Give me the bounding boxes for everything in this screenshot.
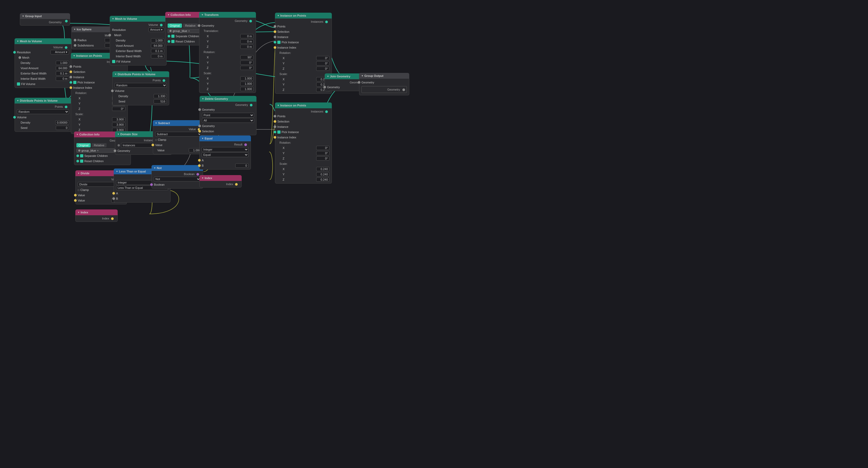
node-delete-geo: ▾ Delete Geometry Geometry Geometry Poin… — [199, 96, 256, 135]
delete-geo-point[interactable]: Point — [202, 113, 254, 118]
node-header-transform[interactable]: ▾ Transform — [199, 12, 256, 18]
node-index-br: ▾ Index Index — [199, 175, 242, 188]
node-iop-tr: ▾ Instance on Points Instances Points Se… — [275, 13, 332, 94]
node-transform: ▾ Transform Geometry Geometry Translatio… — [199, 12, 256, 93]
node-mtv-tr: ▾ Mesh to Volume Volume Resolution Amoun… — [110, 16, 166, 66]
subtract-dropdown[interactable]: Subtract — [155, 132, 202, 137]
tab-original-tr[interactable]: Original — [167, 24, 182, 28]
node-header-group-output[interactable]: ▾ Group Output — [359, 73, 409, 79]
node-header-group-input[interactable]: ▾ Group Input — [20, 13, 70, 19]
node-not: ▾ Not Boolean Not Boolean — [152, 165, 203, 189]
tab-relative-tr[interactable]: Relative — [183, 24, 198, 28]
node-dist-tr: ▾ Distribute Points in Volume Points Ran… — [112, 71, 169, 105]
node-header-mtv-tl[interactable]: ▾ Mesh to Volume — [14, 38, 71, 44]
node-group-output: ▾ Group Output Geometry Geometry — [359, 73, 409, 95]
node-header-index-br[interactable]: ▾ Index — [199, 175, 242, 181]
node-subtract: ▾ Subtract Value Subtract □ Clamp Value … — [153, 120, 205, 154]
delete-geo-all[interactable]: All — [202, 118, 254, 123]
node-header-iop-br[interactable]: ▾ Instance on Points — [275, 102, 332, 108]
node-editor: ▾ Group Input Geometry ▾ Mesh to Volume … — [0, 0, 868, 468]
dist-tl-dropdown[interactable]: Random — [17, 109, 69, 114]
connections-layer — [0, 0, 868, 468]
node-header-mtv-tr[interactable]: ▾ Mesh to Volume — [110, 16, 166, 22]
collection-remove-tr[interactable]: × — [188, 30, 190, 32]
node-header-dist-tr[interactable]: ▾ Distribute Points in Volume — [112, 71, 169, 77]
node-header-equal[interactable]: ▾ Equal — [199, 135, 251, 141]
node-header-index-bl[interactable]: ▾ Index — [75, 209, 118, 215]
not-dropdown[interactable]: Not — [154, 177, 201, 181]
node-header-dist-tl[interactable]: ▾ Distribute Points in Volume — [14, 98, 71, 103]
collection-remove-bl[interactable]: × — [97, 149, 99, 152]
node-index-bl: ▾ Index Index — [75, 209, 118, 222]
node-group-input: ▾ Group Input Geometry — [20, 13, 70, 26]
node-header-subtract[interactable]: ▾ Subtract — [153, 120, 205, 126]
node-distribute-tl: ▾ Distribute Points in Volume Points Ran… — [14, 98, 71, 132]
dist-tr-dropdown[interactable]: Random — [115, 83, 167, 88]
node-equal: ▾ Equal Result Integer Equal A B 0 — [199, 135, 251, 170]
node-header-iop-tr[interactable]: ▾ Instance on Points — [275, 13, 332, 19]
tab-relative-bl[interactable]: Relative — [92, 143, 106, 147]
tab-original-bl[interactable]: Original — [76, 143, 91, 147]
node-mesh-to-volume-tl: ▾ Mesh to Volume Volume Resolution Amoun… — [14, 38, 71, 88]
node-iop-br: ▾ Instance on Points Instances Points Se… — [275, 102, 332, 183]
equal-type[interactable]: Integer — [202, 147, 249, 152]
node-header-not[interactable]: ▾ Not — [152, 165, 203, 171]
equal-op[interactable]: Equal — [202, 153, 249, 157]
node-header-delete-geo[interactable]: ▾ Delete Geometry — [199, 96, 256, 102]
